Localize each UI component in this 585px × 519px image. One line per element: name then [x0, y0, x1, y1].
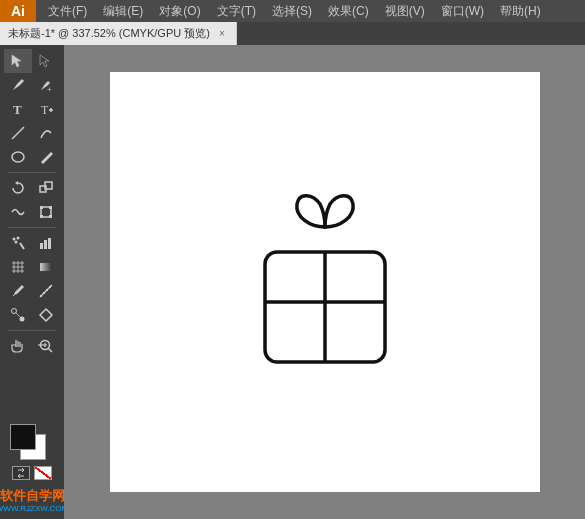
svg-text:T: T — [41, 103, 49, 117]
eyedropper-tool[interactable] — [4, 279, 32, 303]
svg-rect-18 — [40, 263, 52, 271]
foreground-color-swatch[interactable] — [10, 424, 36, 450]
tool-row-mesh — [2, 255, 62, 279]
hand-tool[interactable] — [4, 334, 32, 358]
swap-colors-icon[interactable] — [12, 466, 30, 480]
tool-row-hand — [2, 334, 62, 358]
menu-object[interactable]: 对象(O) — [151, 0, 208, 22]
type-tool[interactable]: T — [4, 97, 32, 121]
watermark-url: WWW.RJZXW.COM — [0, 504, 68, 513]
gradient-tool[interactable] — [32, 255, 60, 279]
tab-label: 未标题-1* @ 337.52% (CMYK/GPU 预览) — [8, 26, 210, 41]
watermark-text: 软件自学网 — [0, 488, 68, 504]
menu-edit[interactable]: 编辑(E) — [95, 0, 151, 22]
tab-close-button[interactable]: × — [216, 28, 228, 40]
scale-tool[interactable] — [32, 176, 60, 200]
menu-effect[interactable]: 效果(C) — [320, 0, 377, 22]
ai-logo: Ai — [0, 0, 36, 22]
symbol-sprayer-tool[interactable] — [4, 231, 32, 255]
line-tool[interactable] — [4, 121, 32, 145]
tab-bar: 未标题-1* @ 337.52% (CMYK/GPU 预览) × — [0, 22, 585, 45]
tool-row-type: T T — [2, 97, 62, 121]
svg-point-13 — [17, 237, 20, 240]
canvas-document — [110, 72, 540, 492]
direct-select-tool[interactable] — [32, 49, 60, 73]
measure-tool[interactable] — [32, 279, 60, 303]
warp-tool[interactable] — [4, 200, 32, 224]
svg-rect-10 — [40, 215, 43, 218]
menu-file[interactable]: 文件(F) — [40, 0, 95, 22]
menu-help[interactable]: 帮助(H) — [492, 0, 549, 22]
svg-point-12 — [13, 238, 16, 241]
tool-row-warp — [2, 200, 62, 224]
select-tool[interactable] — [4, 49, 32, 73]
mesh-tool[interactable] — [4, 255, 32, 279]
tool-row-symbol — [2, 231, 62, 255]
rotate-tool[interactable] — [4, 176, 32, 200]
svg-rect-17 — [48, 238, 51, 249]
svg-rect-16 — [44, 240, 47, 249]
area-type-tool[interactable]: T — [32, 97, 60, 121]
svg-rect-9 — [49, 206, 52, 209]
column-graph-tool[interactable] — [32, 231, 60, 255]
tool-row-eyedropper — [2, 279, 62, 303]
add-anchor-tool[interactable]: + — [32, 73, 60, 97]
svg-rect-15 — [40, 243, 43, 249]
toolbar: + T T — [0, 45, 64, 519]
free-transform-tool[interactable] — [32, 200, 60, 224]
svg-point-14 — [15, 241, 18, 244]
menu-window[interactable]: 窗口(W) — [433, 0, 492, 22]
gift-illustration — [225, 172, 425, 392]
blend-tool[interactable] — [4, 303, 32, 327]
svg-line-3 — [12, 127, 24, 139]
pen-tool[interactable] — [4, 73, 32, 97]
svg-text:+: + — [47, 85, 52, 93]
svg-text:T: T — [13, 102, 22, 117]
tool-row-rotate — [2, 176, 62, 200]
ellipse-tool[interactable] — [4, 145, 32, 169]
tool-row-line — [2, 121, 62, 145]
color-swatches — [10, 424, 54, 462]
pencil-tool[interactable] — [32, 145, 60, 169]
tool-separator-3 — [8, 330, 56, 331]
svg-line-22 — [49, 349, 53, 353]
menu-select[interactable]: 选择(S) — [264, 0, 320, 22]
live-paint-tool[interactable] — [32, 303, 60, 327]
tool-separator-1 — [8, 172, 56, 173]
svg-rect-11 — [49, 215, 52, 218]
canvas-area[interactable] — [64, 45, 585, 519]
menu-items: 文件(F) 编辑(E) 对象(O) 文字(T) 选择(S) 效果(C) 视图(V… — [36, 0, 549, 22]
tool-row-pen: + — [2, 73, 62, 97]
tool-row-shape — [2, 145, 62, 169]
svg-rect-8 — [40, 206, 43, 209]
color-area: 软件自学网 WWW.RJZXW.COM — [0, 424, 70, 519]
color-extra-row — [12, 466, 52, 480]
menu-text[interactable]: 文字(T) — [209, 0, 264, 22]
no-color-icon[interactable] — [34, 466, 52, 480]
tool-separator-2 — [8, 227, 56, 228]
tool-row-selection — [2, 49, 62, 73]
document-tab[interactable]: 未标题-1* @ 337.52% (CMYK/GPU 预览) × — [0, 22, 237, 45]
arc-tool[interactable] — [32, 121, 60, 145]
svg-point-4 — [12, 152, 24, 162]
watermark-container: 软件自学网 WWW.RJZXW.COM — [0, 484, 70, 513]
main-area: + T T — [0, 45, 585, 519]
tool-row-blend — [2, 303, 62, 327]
zoom-tool[interactable] — [32, 334, 60, 358]
gift-svg — [225, 172, 425, 392]
menu-view[interactable]: 视图(V) — [377, 0, 433, 22]
menu-bar: Ai 文件(F) 编辑(E) 对象(O) 文字(T) 选择(S) 效果(C) 视… — [0, 0, 585, 22]
